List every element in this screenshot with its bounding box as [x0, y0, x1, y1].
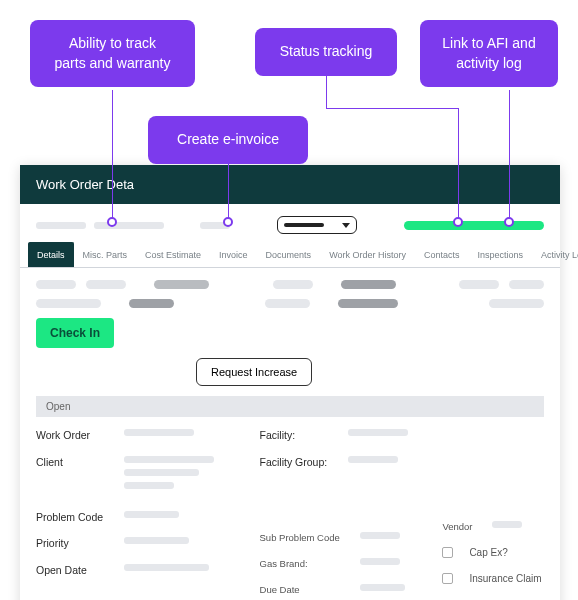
callout-line — [326, 108, 458, 109]
open-section-header: Open — [36, 396, 544, 417]
details-panel: Check In Request Increase Open Work Orde… — [20, 268, 560, 600]
callout-dot — [107, 217, 117, 227]
tab-details[interactable]: Details — [28, 242, 74, 267]
dropdown-value — [284, 223, 324, 227]
skel — [124, 456, 214, 463]
skel — [124, 469, 199, 476]
skel — [36, 222, 86, 229]
skel — [124, 511, 179, 518]
chevron-down-icon — [342, 223, 350, 228]
callout-dot — [223, 217, 233, 227]
label-facility-group: Facility Group: — [260, 456, 338, 469]
status-dropdown[interactable] — [277, 216, 357, 234]
tab-cost-estimate[interactable]: Cost Estimate — [136, 242, 210, 267]
callout-status: Status tracking — [255, 28, 397, 76]
skel — [348, 456, 398, 463]
cap-ex-checkbox[interactable] — [442, 547, 453, 558]
tab-invoice[interactable]: Invoice — [210, 242, 257, 267]
skel — [265, 299, 310, 308]
skel — [459, 280, 499, 289]
skel — [94, 222, 164, 229]
work-order-window: Work Order Deta Details Misc. Parts Cost… — [20, 165, 560, 600]
skel — [124, 564, 209, 571]
skel — [273, 280, 313, 289]
callout-dot — [453, 217, 463, 227]
callout-einvoice: Create e-invoice — [148, 116, 308, 164]
insurance-claim-checkbox[interactable] — [442, 573, 453, 584]
skel — [360, 532, 400, 539]
callout-afi: Link to AFI and activity log — [420, 20, 558, 87]
skel — [36, 299, 101, 308]
callout-line — [228, 162, 229, 218]
callout-line — [509, 90, 510, 218]
label-insurance: Insurance Claim — [469, 573, 541, 584]
callout-dot — [504, 217, 514, 227]
tab-bar: Details Misc. Parts Cost Estimate Invoic… — [20, 242, 560, 268]
skel — [129, 299, 174, 308]
label-facility: Facility: — [260, 429, 338, 442]
window-title: Work Order Deta — [20, 165, 560, 204]
skel — [341, 280, 396, 289]
tab-misc-parts[interactable]: Misc. Parts — [74, 242, 137, 267]
skel — [36, 280, 76, 289]
skel — [124, 537, 189, 544]
tab-documents[interactable]: Documents — [257, 242, 321, 267]
skel — [124, 429, 194, 436]
toolbar — [20, 204, 560, 242]
check-in-button[interactable]: Check In — [36, 318, 114, 348]
label-work-order: Work Order — [36, 429, 114, 442]
skel — [86, 280, 126, 289]
tab-contacts[interactable]: Contacts — [415, 242, 469, 267]
skel — [348, 429, 408, 436]
callout-line — [112, 90, 113, 218]
skel — [360, 558, 400, 565]
skel — [154, 280, 209, 289]
callout-line — [458, 108, 459, 218]
label-vendor: Vendor — [442, 521, 482, 532]
label-problem-code: Problem Code — [36, 511, 114, 524]
label-due-date: Due Date — [260, 584, 350, 595]
label-gas-brand: Gas Brand: — [260, 558, 350, 569]
request-increase-button[interactable]: Request Increase — [196, 358, 312, 386]
tab-inspections[interactable]: Inspections — [469, 242, 533, 267]
tab-activity-log[interactable]: Activity Log — [532, 242, 578, 267]
skel — [509, 280, 544, 289]
label-cap-ex: Cap Ex? — [469, 547, 507, 558]
skel — [489, 299, 544, 308]
callout-parts: Ability to track parts and warranty — [30, 20, 195, 87]
skel — [360, 584, 405, 591]
label-open-date: Open Date — [36, 564, 114, 577]
skel — [124, 482, 174, 489]
skel — [492, 521, 522, 528]
status-indicator — [404, 221, 544, 230]
label-client: Client — [36, 456, 114, 469]
callout-line — [326, 72, 327, 108]
label-sub-problem: Sub Problem Code — [260, 532, 350, 543]
skel — [338, 299, 398, 308]
tab-work-order-history[interactable]: Work Order History — [320, 242, 415, 267]
label-priority: Priority — [36, 537, 114, 550]
